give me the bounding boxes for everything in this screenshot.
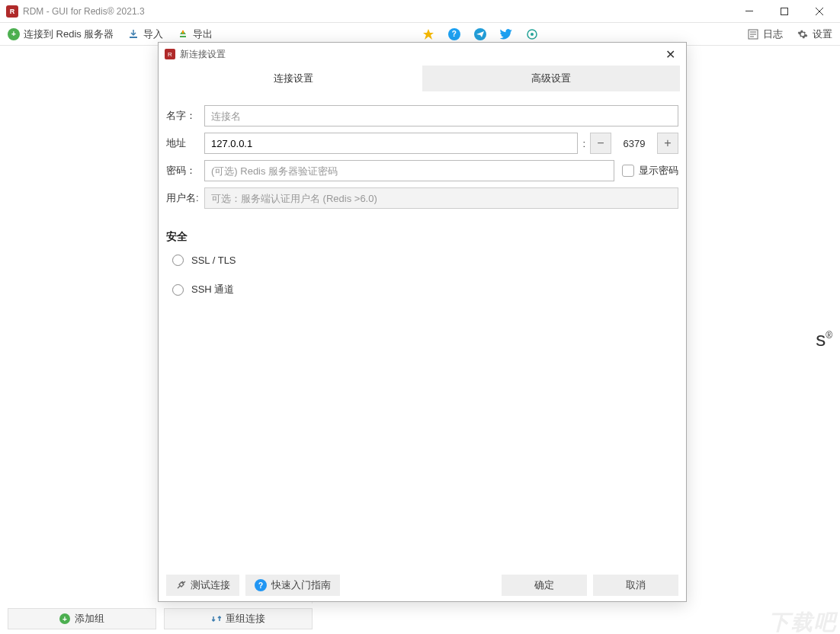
tab-connection-settings[interactable]: 连接设置 (165, 66, 422, 91)
logs-icon (747, 28, 759, 40)
star-icon[interactable] (422, 28, 434, 40)
username-label: 用户名: (166, 191, 204, 205)
help-icon: ? (255, 579, 267, 591)
ssh-label: SSH 通道 (191, 283, 234, 296)
radio-icon (172, 284, 184, 296)
reorder-button[interactable]: 重组连接 (164, 608, 313, 629)
plug-icon (175, 580, 186, 591)
export-icon (177, 28, 189, 40)
export-label: 导出 (193, 27, 213, 41)
tab-advanced-settings[interactable]: 高级设置 (422, 66, 680, 91)
import-button[interactable]: 导入 (127, 27, 163, 41)
dialog-titlebar: R 新连接设置 ✕ (159, 43, 686, 66)
guide-label: 快速入门指南 (271, 578, 331, 592)
twitter-icon[interactable] (500, 29, 512, 40)
app-icon: R (165, 49, 175, 59)
svg-rect-0 (745, 11, 753, 11)
svg-rect-4 (130, 37, 137, 38)
test-connection-button[interactable]: 测试连接 (166, 575, 239, 596)
dialog-tabs: 连接设置 高级设置 (165, 66, 680, 91)
test-connection-label: 测试连接 (191, 578, 230, 592)
logs-label: 日志 (763, 27, 783, 41)
name-label: 名字： (166, 109, 204, 123)
port-increment-button[interactable]: + (657, 133, 678, 154)
help-icon[interactable]: ? (448, 28, 460, 40)
import-icon (127, 28, 139, 40)
quick-start-guide-button[interactable]: ? 快速入门指南 (245, 575, 340, 596)
radio-icon (172, 255, 184, 266)
name-input[interactable] (204, 105, 678, 126)
port-value[interactable]: 6379 (611, 138, 657, 149)
import-label: 导入 (143, 27, 163, 41)
connection-form: 名字： 地址 : − 6379 + 密码： 显示密码 用户名: (159, 91, 686, 223)
show-password-label: 显示密码 (639, 164, 678, 178)
window-maximize-button[interactable] (767, 0, 802, 23)
ssl-tls-radio[interactable]: SSL / TLS (159, 250, 686, 271)
ssl-label: SSL / TLS (191, 255, 236, 266)
add-group-button[interactable]: + 添加组 (8, 608, 156, 629)
connect-button[interactable]: + 连接到 Redis 服务器 (8, 27, 114, 41)
username-input[interactable] (204, 187, 678, 209)
port-decrement-button[interactable]: − (590, 133, 611, 154)
gear-icon (797, 28, 809, 40)
window-title: RDM - GUI for Redis® 2021.3 (23, 6, 732, 17)
app-icon: R (6, 5, 18, 18)
reorder-icon (212, 614, 221, 623)
dialog-footer: 测试连接 ? 快速入门指南 确定 取消 (159, 569, 686, 601)
plus-icon: + (59, 613, 70, 624)
new-connection-dialog: R 新连接设置 ✕ 连接设置 高级设置 名字： 地址 : − 6379 + 密码… (158, 42, 687, 602)
address-port-separator: : (578, 138, 590, 149)
window-close-button[interactable] (802, 0, 837, 23)
settings-button[interactable]: 设置 (797, 27, 832, 41)
cancel-button[interactable]: 取消 (593, 575, 678, 596)
ok-button[interactable]: 确定 (502, 575, 587, 596)
window-titlebar: R RDM - GUI for Redis® 2021.3 (0, 0, 840, 23)
background-brand-mark: s® (816, 328, 832, 351)
dialog-title: 新连接设置 (180, 48, 226, 61)
add-group-label: 添加组 (75, 612, 104, 626)
ok-label: 确定 (534, 578, 554, 592)
connect-label: 连接到 Redis 服务器 (24, 27, 114, 41)
password-label: 密码： (166, 164, 204, 178)
target-icon[interactable] (526, 28, 538, 40)
sidebar-footer: + 添加组 重组连接 (0, 604, 840, 634)
security-section-title: 安全 (159, 223, 686, 250)
export-button[interactable]: 导出 (177, 27, 213, 41)
address-input[interactable] (204, 133, 578, 154)
plus-icon: + (8, 28, 20, 40)
checkbox-icon (622, 165, 634, 177)
svg-point-6 (531, 33, 534, 36)
address-label: 地址 (166, 136, 204, 150)
cancel-label: 取消 (626, 578, 646, 592)
window-minimize-button[interactable] (732, 0, 767, 23)
show-password-checkbox[interactable]: 显示密码 (622, 164, 678, 178)
svg-rect-1 (781, 8, 788, 14)
settings-label: 设置 (813, 27, 832, 41)
telegram-icon[interactable] (474, 28, 486, 40)
dialog-close-button[interactable]: ✕ (660, 44, 680, 64)
reorder-label: 重组连接 (226, 612, 265, 626)
logs-button[interactable]: 日志 (747, 27, 783, 41)
password-input[interactable] (204, 160, 614, 181)
ssh-tunnel-radio[interactable]: SSH 通道 (159, 278, 686, 301)
